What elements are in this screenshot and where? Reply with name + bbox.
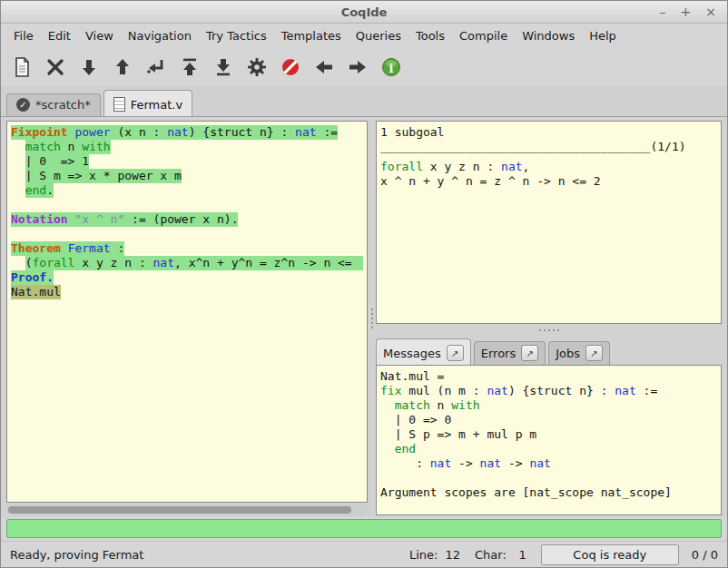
horizontal-scrollbar[interactable] (6, 504, 368, 515)
detach-messages-icon[interactable]: ↗ (447, 345, 464, 361)
tab-errors-label: Errors (481, 347, 516, 360)
messages-panel[interactable]: Nat.mul =fix mul (n m : nat) {struct n} … (376, 365, 722, 515)
minimize-button[interactable]: – (660, 5, 666, 18)
tab-scratch[interactable]: ✓ *scratch* (6, 93, 101, 116)
char-label: Char: (475, 548, 507, 562)
cross-icon (44, 56, 66, 78)
menu-templates[interactable]: Templates (274, 26, 349, 45)
menu-tools[interactable]: Tools (408, 26, 452, 45)
status-text: Ready, proving Fermat (10, 548, 143, 562)
go-to-cursor-button[interactable] (141, 53, 172, 82)
tab-scratch-label: *scratch* (35, 98, 91, 112)
window-title: CoqIde (1, 5, 727, 19)
tab-jobs-label: Jobs (556, 347, 580, 360)
menu-view[interactable]: View (78, 26, 121, 45)
tab-fermat-label: Fermat.v (131, 98, 182, 112)
tab-bar: ✓ *scratch* Fermat.v (1, 86, 727, 117)
new-file-button[interactable] (6, 53, 37, 82)
status-bar: Ready, proving Fermat Line: 12 Char: 1 C… (1, 541, 727, 567)
tab-jobs[interactable]: Jobs ↗ (548, 341, 610, 365)
no-entry-icon (280, 56, 301, 78)
go-to-end-button[interactable] (208, 53, 239, 82)
about-button[interactable]: i (376, 53, 407, 82)
scrollbar-thumb[interactable] (8, 506, 351, 514)
menu-try-tactics[interactable]: Try Tactics (199, 26, 274, 45)
goals-panel[interactable]: 1 subgoal_______________________________… (376, 121, 722, 324)
menu-compile[interactable]: Compile (452, 26, 515, 45)
progress-bar (6, 519, 722, 538)
backward-command-button[interactable] (107, 53, 138, 82)
down-arrow-icon (78, 56, 100, 78)
forward-command-button[interactable] (74, 53, 104, 82)
close-button[interactable]: × (705, 5, 716, 18)
tab-errors[interactable]: Errors ↗ (474, 341, 546, 365)
tab-fermat[interactable]: Fermat.v (103, 90, 192, 116)
maximize-button[interactable]: + (681, 5, 692, 18)
coqide-window: CoqIde – + × File Edit View Navigation T… (0, 0, 728, 568)
menu-windows[interactable]: Windows (515, 26, 582, 45)
proof-column: 1 subgoal_______________________________… (376, 121, 722, 515)
script-column: Fixpoint power (x n : nat) {struct n} : … (6, 121, 368, 515)
detach-jobs-icon[interactable]: ↗ (585, 345, 603, 361)
right-arrow-icon (347, 56, 369, 78)
status-right: Line: 12 Char: 1 Coq is ready 0 / 0 (395, 544, 718, 565)
menu-help[interactable]: Help (582, 26, 624, 45)
toolbar: i (1, 48, 727, 86)
menu-file[interactable]: File (6, 26, 41, 45)
script-editor[interactable]: Fixpoint power (x n : nat) {struct n} : … (6, 121, 368, 503)
detach-errors-icon[interactable]: ↗ (521, 345, 538, 361)
arrow-up-to-bar-icon (179, 56, 201, 78)
menu-queries[interactable]: Queries (349, 26, 408, 45)
message-tab-bar: Messages ↗ Errors ↗ Jobs ↗ (376, 336, 722, 365)
line-label: Line: (409, 548, 438, 562)
info-icon: i (380, 56, 402, 78)
menu-navigation[interactable]: Navigation (121, 26, 199, 45)
next-button[interactable] (342, 53, 373, 82)
line-value: 12 (445, 548, 460, 562)
go-to-start-button[interactable] (174, 53, 205, 82)
page-icon (11, 56, 33, 78)
task-counters: 0 / 0 (692, 548, 718, 562)
restart-button[interactable] (241, 53, 272, 82)
document-icon (113, 97, 125, 112)
up-arrow-icon (112, 56, 133, 78)
titlebar[interactable]: CoqIde – + × (1, 1, 727, 24)
menu-edit[interactable]: Edit (41, 26, 78, 45)
char-value: 1 (514, 548, 526, 562)
menu-bar: File Edit View Navigation Try Tactics Te… (1, 24, 727, 48)
main-area: Fixpoint power (x n : nat) {struct n} : … (1, 117, 727, 517)
tab-messages[interactable]: Messages ↗ (376, 338, 471, 365)
window-controls: – + × (660, 5, 727, 18)
gear-icon (246, 56, 268, 78)
vertical-splitter[interactable] (368, 121, 376, 515)
arrow-down-to-bar-icon (212, 56, 234, 78)
check-icon: ✓ (16, 98, 30, 112)
tab-messages-label: Messages (383, 347, 441, 360)
left-arrow-icon (313, 56, 335, 78)
interrupt-button[interactable] (275, 53, 306, 82)
svg-text:i: i (389, 62, 394, 75)
coq-state-box: Coq is ready (541, 544, 679, 565)
stop-button[interactable] (40, 53, 71, 82)
horizontal-splitter[interactable] (376, 324, 722, 336)
return-arrow-icon (145, 56, 167, 78)
previous-button[interactable] (309, 53, 339, 82)
